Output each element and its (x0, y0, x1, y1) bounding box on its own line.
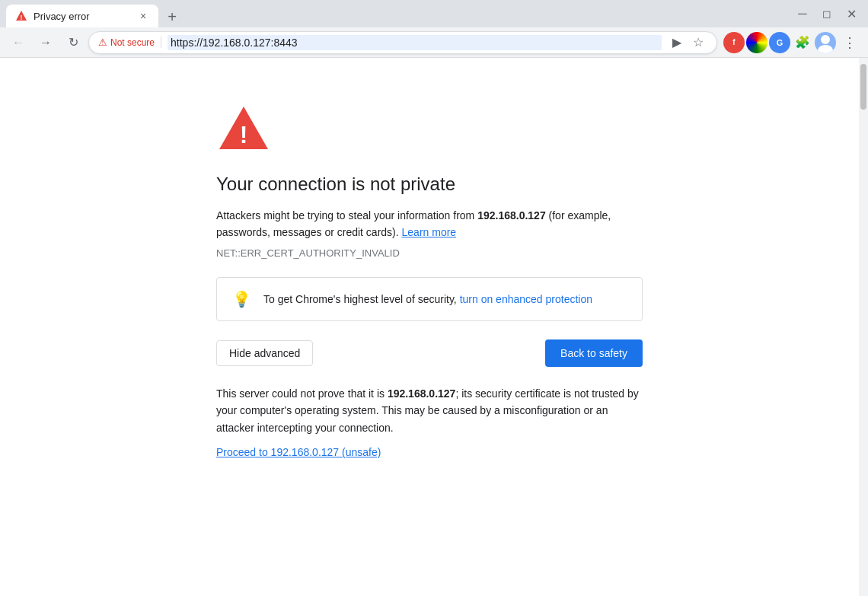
extensions-area: f G 🧩 ⋮ (723, 30, 862, 55)
security-indicator: ⚠ Not secure (98, 37, 161, 48)
omnibox[interactable]: ⚠ Not secure https://192.168.0.127:8443 … (88, 31, 717, 54)
tab-close-button[interactable]: × (137, 10, 149, 22)
advanced-description: This server could not prove that it is 1… (216, 385, 643, 436)
page-content: ! Your connection is not private Attacke… (0, 58, 868, 596)
omnibox-actions: ▶ ☆ (668, 33, 707, 52)
warning-icon: ⚠ (98, 37, 107, 48)
button-row: Hide advanced Back to safety (216, 339, 643, 367)
profile-button[interactable] (815, 32, 836, 53)
tab-bar: ! Privacy error × + ─ ◻ ✕ (0, 0, 868, 27)
page-main: ! Your connection is not private Attacke… (0, 58, 859, 596)
learn-more-link[interactable]: Learn more (402, 226, 457, 238)
color-extension[interactable] (746, 32, 767, 53)
minimize-button[interactable]: ─ (792, 3, 813, 24)
description-text-1: Attackers might be trying to steal your … (216, 209, 477, 222)
not-secure-label: Not secure (110, 37, 155, 48)
g-extension[interactable]: G (769, 32, 790, 53)
lightbulb-icon: 💡 (232, 290, 251, 308)
scrollbar-thumb[interactable] (860, 64, 866, 110)
svg-text:!: ! (240, 121, 248, 148)
proceed-link[interactable]: Proceed to 192.168.0.127 (unsafe) (216, 446, 381, 458)
tab-favicon: ! (15, 10, 27, 22)
menu-button[interactable]: ⋮ (838, 30, 862, 55)
new-tab-button[interactable]: + (161, 6, 183, 27)
advanced-host: 192.168.0.127 (388, 387, 456, 400)
warning-triangle-icon: ! (216, 104, 643, 174)
reload-button[interactable]: ↻ (61, 30, 85, 55)
svg-point-2 (821, 35, 830, 44)
forward-button[interactable]: → (34, 30, 58, 55)
send-tab-button[interactable]: ▶ (668, 33, 686, 52)
advanced-text-1: This server could not prove that it is (216, 387, 388, 400)
active-tab[interactable]: ! Privacy error × (6, 5, 158, 27)
error-container: ! Your connection is not private Attacke… (201, 104, 658, 459)
description-host: 192.168.0.127 (477, 209, 546, 222)
svg-point-3 (818, 45, 833, 53)
back-button[interactable]: ← (6, 30, 30, 55)
svg-text:!: ! (21, 14, 23, 21)
bookmark-button[interactable]: ☆ (689, 33, 707, 52)
security-text-part1: To get Chrome's highest level of securit… (263, 293, 460, 305)
flipboard-extension[interactable]: f (723, 32, 745, 53)
error-code: NET::ERR_CERT_AUTHORITY_INVALID (216, 247, 643, 259)
browser-frame: ! Privacy error × + ─ ◻ ✕ ← → ↻ ⚠ Not se… (0, 0, 868, 596)
tab-title: Privacy error (34, 11, 131, 22)
maximize-button[interactable]: ◻ (816, 3, 838, 24)
hide-advanced-button[interactable]: Hide advanced (216, 340, 313, 366)
back-to-safety-button[interactable]: Back to safety (545, 339, 643, 367)
error-description: Attackers might be trying to steal your … (216, 207, 643, 241)
security-box: 💡 To get Chrome's highest level of secur… (216, 277, 643, 321)
close-window-button[interactable]: ✕ (841, 3, 862, 24)
url-bar[interactable]: https://192.168.0.127:8443 (168, 35, 662, 50)
enhanced-protection-link[interactable]: turn on enhanced protection (460, 293, 592, 305)
security-text: To get Chrome's highest level of securit… (263, 293, 592, 305)
scrollbar[interactable] (859, 58, 868, 596)
error-title: Your connection is not private (216, 174, 643, 195)
toolbar: ← → ↻ ⚠ Not secure https://192.168.0.127… (0, 27, 868, 58)
extensions-button[interactable]: 🧩 (792, 32, 813, 53)
